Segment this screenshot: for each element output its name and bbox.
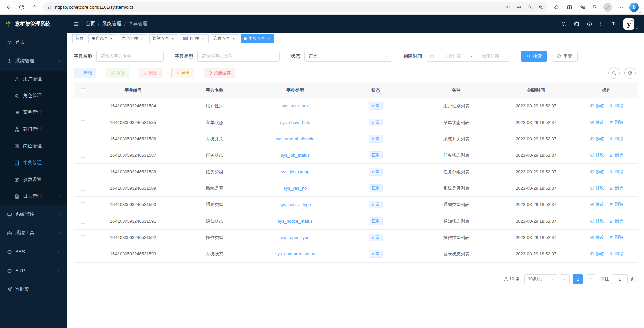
dict-type-link[interactable]: sys_oper_type	[281, 235, 310, 240]
dict-type-link[interactable]: sys_common_status	[275, 251, 315, 256]
row-checkbox[interactable]	[81, 252, 85, 256]
row-edit-button[interactable]: 修改	[590, 136, 604, 142]
dict-type-link[interactable]: sys_yes_no	[284, 186, 307, 191]
sidebar-item-system[interactable]: 系统管理	[0, 52, 67, 71]
sidebar-item-erp[interactable]: ERP	[0, 261, 67, 280]
passwords-button[interactable]	[503, 3, 513, 12]
tab-menu[interactable]: 菜单管理×	[149, 34, 178, 43]
sidebar-item-menu[interactable]: 菜单管理	[0, 104, 67, 121]
sidebar-item-log[interactable]: 日志管理	[0, 188, 67, 205]
dict-type-link[interactable]: sys_notice_type	[279, 202, 311, 207]
dict-type-link[interactable]: sys_job_status	[281, 153, 310, 158]
date-range-picker[interactable]: 开始日期 - 结束日期	[426, 51, 510, 62]
sidebar-toggle-button[interactable]	[71, 19, 81, 29]
row-checkbox[interactable]	[81, 137, 85, 141]
end-date-placeholder[interactable]: 结束日期	[475, 53, 506, 59]
dict-type-link[interactable]: sys_show_hide	[280, 120, 310, 125]
sidebar-item-home[interactable]: 首页	[0, 33, 67, 52]
row-edit-button[interactable]: 修改	[590, 201, 604, 207]
profile-button[interactable]	[602, 2, 614, 13]
sidebar-item-dict[interactable]: 字典管理	[0, 154, 67, 171]
settings-more-button[interactable]	[614, 2, 627, 13]
sidebar-item-role[interactable]: 角色管理	[0, 87, 67, 104]
tab-close-button[interactable]: ×	[140, 36, 144, 41]
github-button[interactable]	[572, 19, 581, 29]
tab-close-button[interactable]: ×	[266, 36, 271, 41]
url-text[interactable]: https://ccnetcore.com:1101/system/dict	[55, 5, 500, 10]
row-edit-button[interactable]: 修改	[590, 152, 604, 158]
dict-type-link[interactable]: sys_user_sex	[282, 103, 308, 108]
chevron-down-icon[interactable]	[638, 11, 642, 14]
row-delete-button[interactable]: 删除	[609, 201, 624, 207]
sidebar-item-user[interactable]: 用户管理	[0, 71, 67, 87]
tab-dict[interactable]: 字典管理×	[241, 34, 274, 43]
read-aloud-button[interactable]	[514, 3, 524, 12]
row-delete-button[interactable]: 删除	[609, 185, 624, 191]
sidebar-item-post[interactable]: 岗位管理	[0, 138, 67, 154]
reset-button[interactable]: 重置	[552, 51, 578, 62]
row-delete-button[interactable]: 删除	[609, 136, 624, 142]
row-delete-button[interactable]: 删除	[609, 234, 624, 240]
app-logo[interactable]: 意框架管理系统	[0, 15, 67, 33]
prev-page-button[interactable]	[560, 274, 570, 284]
dict-type-input[interactable]	[197, 51, 280, 62]
row-delete-button[interactable]: 删除	[609, 103, 624, 109]
help-button[interactable]	[585, 19, 594, 29]
add-button[interactable]: 新增	[74, 68, 96, 78]
tab-close-button[interactable]: ×	[170, 36, 175, 41]
sidebar-item-tools[interactable]: 系统工具	[0, 224, 67, 242]
select-all-checkbox[interactable]	[81, 88, 85, 93]
split-screen-button[interactable]	[563, 2, 576, 13]
address-bar[interactable]: https://ccnetcore.com:1101/system/dict	[43, 2, 547, 12]
row-edit-button[interactable]: 修改	[590, 185, 604, 191]
sidebar-item-monitor[interactable]: 系统监控	[0, 205, 67, 224]
row-delete-button[interactable]: 删除	[609, 119, 624, 125]
goto-page-input[interactable]	[612, 274, 628, 284]
delete-button[interactable]: 删除	[139, 68, 162, 78]
row-checkbox[interactable]	[81, 170, 85, 174]
back-button[interactable]	[3, 2, 15, 13]
favorites-button[interactable]	[576, 2, 588, 13]
row-checkbox[interactable]	[81, 120, 85, 125]
row-delete-button[interactable]: 删除	[609, 251, 624, 257]
fullscreen-button[interactable]	[598, 19, 607, 29]
sidebar-item-dept[interactable]: 部门管理	[0, 121, 67, 138]
row-delete-button[interactable]: 删除	[609, 218, 624, 224]
row-checkbox[interactable]	[81, 104, 85, 108]
search-button[interactable]: 搜索	[521, 51, 547, 62]
tab-close-button[interactable]: ×	[201, 36, 205, 41]
row-edit-button[interactable]: 修改	[590, 218, 604, 224]
page-size-select[interactable]: 10条/页	[524, 274, 557, 284]
sidebar-item-bbs[interactable]: BBS	[0, 242, 67, 261]
sidebar-item-yiframe[interactable]: Yi框架	[0, 280, 67, 299]
row-checkbox[interactable]	[81, 186, 85, 191]
row-edit-button[interactable]: 修改	[590, 169, 604, 175]
tab-user[interactable]: 用户管理×	[88, 34, 117, 43]
tab-home[interactable]: 首页	[72, 34, 86, 43]
collections-button[interactable]	[589, 2, 601, 13]
start-date-placeholder[interactable]: 开始日期	[437, 53, 468, 59]
next-page-button[interactable]	[586, 274, 595, 284]
search-button[interactable]	[559, 19, 568, 29]
tab-post[interactable]: 岗位管理×	[211, 34, 239, 43]
row-delete-button[interactable]: 删除	[609, 152, 624, 158]
breadcrumb-item[interactable]: 系统管理	[102, 21, 121, 27]
dict-type-link[interactable]: sys_job_group	[281, 169, 310, 174]
page-1-button[interactable]: 1	[573, 274, 583, 284]
tab-close-button[interactable]: ×	[109, 36, 114, 41]
row-checkbox[interactable]	[81, 202, 85, 207]
sidebar-item-param[interactable]: 参数设置	[0, 171, 67, 188]
zoom-button[interactable]	[524, 3, 535, 12]
row-checkbox[interactable]	[81, 235, 85, 240]
refresh-button[interactable]	[15, 2, 28, 13]
breadcrumb-item[interactable]: 首页	[86, 21, 95, 27]
home-button[interactable]	[28, 2, 40, 13]
toggle-search-button[interactable]	[608, 67, 620, 79]
edit-button[interactable]: 修改	[106, 68, 129, 78]
refresh-cache-button[interactable]: 刷新缓存	[204, 68, 235, 78]
dict-type-link[interactable]: sys_notice_status	[278, 219, 312, 224]
status-select[interactable]: 正常	[304, 51, 392, 62]
row-checkbox[interactable]	[81, 219, 85, 224]
row-edit-button[interactable]: 修改	[590, 119, 604, 125]
refresh-table-button[interactable]	[624, 67, 636, 79]
